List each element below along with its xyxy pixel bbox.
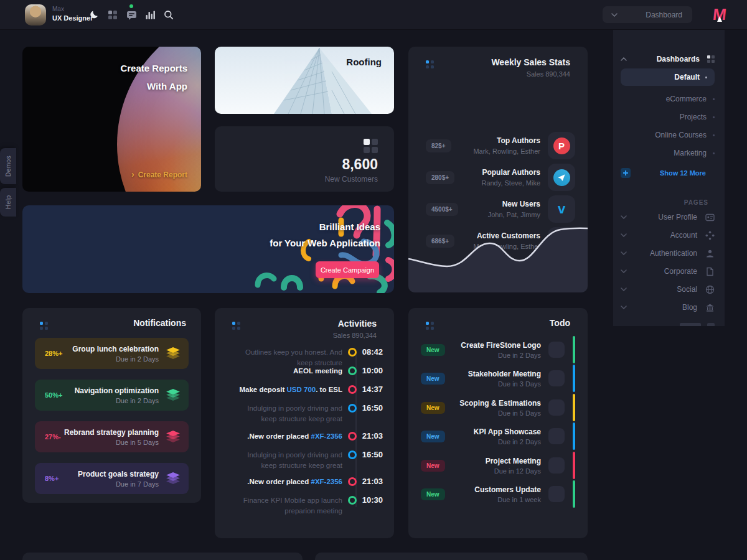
todo-card: Todo New Create FireStone Logo Due in 2 …: [408, 308, 588, 538]
todo-checkbox[interactable]: [548, 457, 565, 474]
right-sidebar: Dashboards Default eCommerce Projects On…: [613, 30, 725, 326]
sidebar-item-marketing[interactable]: Marketing: [621, 146, 715, 160]
chat-icon[interactable]: [125, 9, 138, 21]
weekly-stat-row[interactable]: 82$+ Top Authors Mark, Rowling, Esther P: [421, 132, 575, 159]
stat-names: John, Pat, Jimmy: [458, 211, 540, 218]
notification-item[interactable]: 8%+ Product goals strategy Due in 7 Days: [35, 463, 189, 494]
todo-item[interactable]: New Customers Update Due in 1 week: [421, 480, 575, 508]
chevron-right-icon: ›: [131, 169, 134, 179]
create-campaign-button[interactable]: Create Campaign: [316, 261, 379, 278]
partial-card: [315, 553, 588, 560]
campaign-banner-card: Brilliant Ideas for Your Web Application…: [22, 205, 394, 293]
sidebar-item-authentication[interactable]: Authentication: [621, 246, 715, 260]
todo-item[interactable]: New Project Meeting Due in 12 Days: [421, 452, 575, 479]
show-more-button[interactable]: Show 12 More: [621, 166, 715, 180]
todo-title: Todo: [550, 318, 570, 328]
todo-checkbox[interactable]: [548, 342, 565, 358]
activity-item[interactable]: Make deposit USD 700. to ESL 14:37: [231, 385, 383, 395]
todo-item[interactable]: New Scoping & Estimations Due in 5 Days: [421, 394, 575, 421]
customers-label: New Customers: [325, 175, 378, 184]
activity-item[interactable]: Indulging in poorly driving and keep str…: [231, 450, 383, 471]
layers-icon: [166, 431, 180, 443]
search-icon[interactable]: [162, 9, 176, 21]
percent-badge: 28%+: [45, 350, 62, 357]
sidebar-item-corporate[interactable]: Corporate: [621, 264, 715, 278]
sidebar-item-online-courses[interactable]: Online Courses: [621, 128, 715, 142]
sidebar-item-user-profile[interactable]: User Profile: [621, 210, 715, 224]
weekly-sales-card: Weekly Sales Stats Sales 890,344 82$+ To…: [408, 47, 588, 292]
sidebar-item-social[interactable]: Social: [621, 282, 715, 296]
todo-checkbox[interactable]: [548, 399, 565, 416]
priority-bar: [573, 452, 575, 479]
create-report-link[interactable]: ›Create Report: [131, 169, 187, 179]
avatar[interactable]: [25, 4, 46, 26]
activity-item[interactable]: .New order placed #XF-2356 21:03: [231, 431, 383, 442]
sidebar-item-blog[interactable]: Blog: [621, 301, 715, 314]
account-icon: [705, 231, 715, 240]
activity-item[interactable]: Outlines keep you honest. And keep struc…: [231, 347, 383, 368]
weekly-stat-row[interactable]: 280$+ Popular Authors Randy, Steve, Mike: [421, 164, 575, 191]
activities-card: Activities Sales 890,344 Outlines keep y…: [215, 308, 394, 538]
notification-title: Product goals strategy: [59, 470, 159, 478]
notification-title: Rebrand strategy planning: [61, 428, 159, 437]
timeline-marker: [348, 348, 357, 357]
chevron-down-icon: [621, 269, 627, 273]
todo-item-due: Due in 3 Days: [445, 380, 541, 388]
customers-value: 8,600: [342, 156, 378, 173]
activity-item[interactable]: AEOL meeting 10:00: [231, 366, 383, 376]
demos-tab[interactable]: Demos: [0, 148, 16, 184]
notification-item[interactable]: 27%- Rebrand strategy planning Due in 5 …: [35, 421, 189, 452]
sidebar-item-default[interactable]: Default: [621, 68, 715, 86]
bank-icon: [705, 303, 715, 312]
notification-item[interactable]: 50%+ Navigation optimization Due in 2 Da…: [35, 380, 189, 411]
notification-title: Navigation optimization: [62, 386, 159, 395]
todo-item-title: Customers Update: [445, 485, 541, 494]
todo-item-title: Stakeholder Meeting: [445, 370, 541, 378]
moon-icon[interactable]: [87, 9, 101, 21]
pages-section-title: PAGES: [684, 199, 708, 206]
user-icon: [705, 249, 715, 258]
dashboards-section-header[interactable]: Dashboards: [621, 52, 715, 66]
timeline-marker: [348, 496, 357, 505]
chevron-down-icon: [621, 233, 627, 237]
todo-item[interactable]: New Create FireStone Logo Due in 2 Days: [421, 336, 575, 363]
weekly-stat-row[interactable]: 4500$+ New Users John, Pat, Jimmy v: [421, 195, 575, 223]
weekly-title: Weekly Sales Stats: [491, 57, 570, 67]
percent-badge: 27%-: [45, 433, 61, 441]
drag-handle-dots-icon[interactable]: [426, 60, 434, 68]
plus-square-icon: [621, 168, 631, 178]
todo-checkbox[interactable]: [548, 370, 565, 386]
banner-title-line2: for Your Web Application: [270, 235, 380, 251]
priority-bar: [573, 365, 575, 392]
todo-item-title: KPI App Showcase: [445, 427, 541, 436]
todo-checkbox[interactable]: [548, 486, 565, 502]
stat-title: Popular Authors: [454, 168, 540, 177]
dashboard-select[interactable]: Dashboard: [603, 6, 692, 23]
percent-badge: 8%+: [45, 475, 59, 482]
activity-item[interactable]: Finance KPI Mobile app launch preparion …: [231, 495, 383, 516]
help-tab[interactable]: Help: [0, 188, 16, 217]
sidebar-item-projects[interactable]: Projects: [621, 110, 715, 124]
new-customers-card[interactable]: 8,600 New Customers: [215, 126, 394, 192]
priority-bar: [573, 422, 575, 450]
todo-checkbox[interactable]: [548, 428, 565, 444]
activity-item[interactable]: Indulging in poorly driving and keep str…: [231, 403, 383, 424]
activity-item[interactable]: .New order placed #XF-2356 21:03: [231, 477, 383, 487]
timeline-marker: [348, 450, 357, 459]
vimeo-icon: v: [558, 202, 565, 216]
brand-logo[interactable]: M: [710, 6, 730, 24]
todo-item[interactable]: New KPI App Showcase Due in 2 Days: [421, 422, 575, 450]
apps-grid-icon[interactable]: [106, 9, 120, 21]
drag-handle-dots-icon[interactable]: [40, 322, 48, 330]
sidebar-item-account[interactable]: Account: [621, 228, 715, 242]
amount-badge: 4500$+: [426, 203, 458, 216]
stats-bars-icon[interactable]: [143, 9, 157, 21]
drag-handle-dots-icon[interactable]: [426, 322, 434, 330]
todo-item[interactable]: New Stakeholder Meeting Due in 3 Days: [421, 365, 575, 392]
notification-due: Due in 2 Days: [62, 355, 159, 363]
layers-icon: [166, 347, 180, 360]
roofing-card[interactable]: Roofing: [215, 47, 394, 114]
sidebar-item-ecommerce[interactable]: eCommerce: [621, 92, 715, 106]
drag-handle-dots-icon[interactable]: [232, 322, 240, 330]
notification-item[interactable]: 28%+ Group lunch celebration Due in 2 Da…: [35, 338, 189, 369]
